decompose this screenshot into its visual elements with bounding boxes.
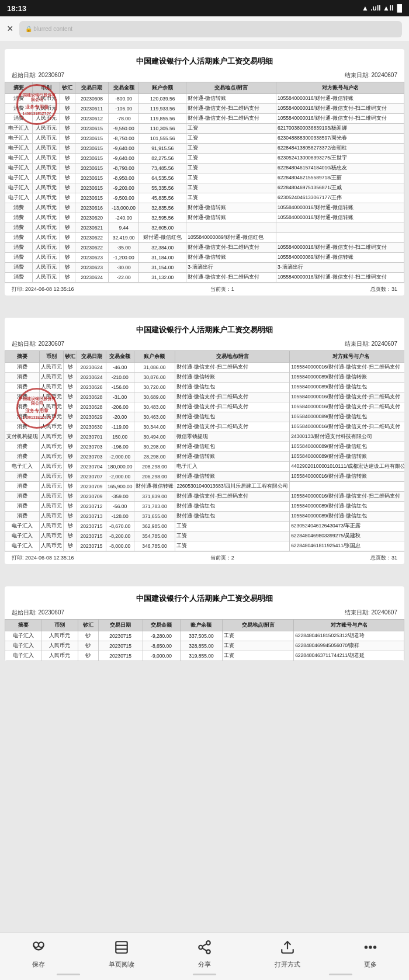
svg-point-5: [206, 941, 210, 945]
table-cell: 消费: [5, 114, 33, 124]
table-row: 消费人民币元钞20230626-156.0030,720.00财付通-微信红包1…: [5, 383, 405, 392]
table-cell: 钞: [64, 452, 77, 462]
section-2-title: 中国建设银行个人活期账户工资交易明细: [5, 318, 404, 339]
table-cell: 人民币元: [32, 173, 60, 183]
table-cell: 30,720.00: [134, 383, 175, 392]
th-summary: 摘要: [5, 82, 33, 94]
nav-save[interactable]: 保存: [26, 937, 51, 971]
table-cell: 财付通-微信转账: [186, 253, 276, 263]
table-cell: 钞: [60, 173, 75, 183]
nav-single-page[interactable]: 单页阅读: [104, 937, 139, 971]
table-cell: 337,505.00: [180, 631, 223, 641]
table-cell: 20230628: [77, 402, 106, 412]
table-cell: 31,132.00: [139, 273, 186, 283]
table-cell: 20230623: [75, 253, 108, 263]
table-cell: -8,670.00: [106, 522, 134, 531]
table-cell: 电子汇入: [5, 144, 33, 154]
table-cell: 6228480469751356871/王威: [276, 183, 404, 193]
table-cell: -9,280.00: [143, 631, 180, 641]
svg-line-9: [202, 944, 206, 946]
nav-share[interactable]: 分享: [192, 937, 217, 971]
svg-point-12: [369, 946, 371, 948]
table-cell: 人民币元: [32, 94, 60, 104]
table-cell: 32,595.56: [139, 213, 186, 223]
table-cell: 1055840000016/财付通-微信支付-扫二维码支付: [290, 402, 404, 412]
table-cell: 45,835.56: [139, 193, 186, 203]
table-cell: 财付通-微信支付-扫二维码支付: [175, 363, 290, 373]
table-cell: 财付通-微信支付-扫二维码支付: [186, 104, 276, 114]
table-cell: 工资: [186, 154, 276, 164]
table-cell: 30,344.00: [134, 422, 175, 432]
table-cell: -9,200.00: [109, 183, 139, 193]
nav-open-with[interactable]: 打开方式: [270, 937, 305, 971]
table-cell: 人民币元: [40, 541, 64, 551]
table-cell: -8,790.00: [109, 164, 139, 173]
table-cell: 30,876.00: [134, 373, 175, 383]
table-cell: -196.00: [106, 442, 134, 452]
table-cell: 钞: [64, 373, 77, 383]
table-cell: -30.00: [109, 263, 139, 273]
table-cell: 20230622: [75, 243, 108, 253]
section-2-footer: 打印: 2024-06-08 12:35:16 当前页：2 总页数：31: [5, 551, 404, 564]
save-label: 保存: [32, 960, 45, 969]
table-cell: 人民币元: [32, 104, 60, 114]
table-cell: 人民币元: [32, 154, 60, 164]
table-cell: 钞: [60, 233, 75, 243]
table-cell: 人民币元: [32, 223, 60, 233]
table-cell: 人民币元: [32, 233, 60, 243]
table-row: 消费人民币元钞20230707-2,000.00206,298.00财付通-微信…: [5, 472, 405, 482]
table-cell: 电子汇入: [5, 193, 33, 203]
table-cell: 消费: [5, 383, 40, 392]
table-cell: 20230713: [77, 512, 106, 522]
table-cell: 20230715: [77, 541, 106, 551]
table-cell: 财付通-微信转账: [175, 373, 290, 383]
section-1-dates: 起始日期: 20230607 结束日期: 20240607: [5, 70, 404, 82]
table-cell: 人民币元: [32, 114, 60, 124]
table-cell: 73,485.56: [139, 164, 186, 173]
table-row: 电子汇入人民币元钞20230615-9,640.0091,915.56工资622…: [5, 144, 404, 154]
save-icon: [31, 940, 46, 958]
table-cell: 362,985.00: [134, 522, 175, 531]
table-cell: 64,535.56: [139, 173, 186, 183]
table-cell: 钞: [64, 531, 77, 541]
back-button[interactable]: ×: [7, 23, 13, 35]
total-count-1: 总页数：31: [370, 286, 397, 293]
table-cell: 钞: [64, 472, 77, 482]
table-cell: 30,483.00: [134, 402, 175, 412]
table-cell: 20230715: [77, 531, 106, 541]
more-icon: [363, 940, 378, 958]
table-cell: -9,000.00: [143, 651, 180, 661]
svg-line-8: [202, 948, 206, 951]
table-cell: 消费: [5, 104, 33, 114]
section-1-end-date: 结束日期: 20240607: [345, 71, 397, 79]
table-header: 摘要 币别 钞汇 交易日期 交易金额 账户余额 交易地点/附言 对方账号与户名: [5, 82, 404, 94]
table-cell: 1055840000016/财付通-微信支付-扫二维码支付: [276, 273, 404, 283]
table-cell: 财付通-微信支付-扫二维码支付: [175, 422, 290, 432]
table-cell: 6230524130006393275/王世宇: [276, 154, 404, 164]
table-cell: -35.00: [109, 243, 139, 253]
table-cell: -800.00: [109, 94, 139, 104]
table-cell: 119,933.56: [139, 104, 186, 114]
table-cell: 人民币元: [32, 134, 60, 144]
section-2-start-date: 起始日期: 20230607: [12, 340, 64, 348]
table-cell: -119.00: [106, 422, 134, 432]
table-cell: 371,655.00: [134, 512, 175, 522]
table-cell: 钞: [60, 203, 75, 213]
table-cell: 1055840000016/财付通-微信支付-扫二维码支付: [276, 243, 404, 253]
table-row: 消费人民币元钞20230712-56.00371,783.00财付通-微信红包1…: [5, 502, 405, 512]
table-cell: 消费: [5, 402, 40, 412]
table-cell: 20230624: [75, 273, 108, 283]
table-cell: 工资: [186, 134, 276, 144]
table-row: 电子汇入人民币元钞20230615-9,640.0082,275.56工资623…: [5, 154, 404, 164]
table-cell: 31,184.00: [139, 253, 186, 263]
table-cell: 人民币元: [40, 363, 64, 373]
table-cell: 1055840000089/财付通-微信红包: [290, 442, 404, 452]
section-3: 中国建设银行个人活期账户工资交易明细 起始日期: 20230607 结束日期: …: [5, 586, 404, 661]
nav-more[interactable]: 更多: [358, 937, 383, 971]
table-cell: 32,605.00: [139, 223, 186, 233]
table-cell: 人民币元: [40, 402, 64, 412]
nav-bar: × 🔒 blurred content: [0, 16, 409, 42]
table-cell: 消费: [5, 94, 33, 104]
table-cell: 电子汇入: [5, 651, 41, 661]
url-bar[interactable]: 🔒 blurred content: [19, 21, 402, 37]
